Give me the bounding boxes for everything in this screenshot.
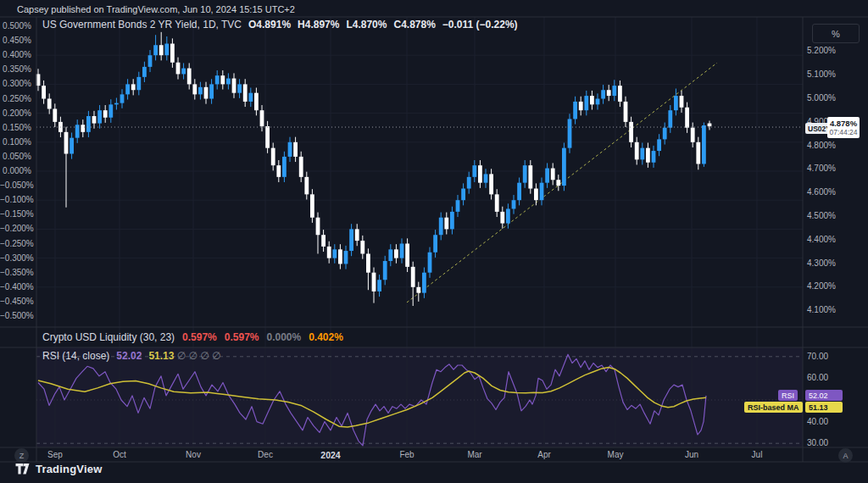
- liquidity-value: 0.597%: [225, 331, 259, 343]
- rsi-indicator-legend[interactable]: RSI (14, close)52.0251.13 ∅ ∅ ∅ ∅: [42, 350, 221, 362]
- symbol-title[interactable]: US Government Bonds 2 YR Yield, 1D, TVC: [42, 19, 242, 31]
- change-value: −0.011 (−0.22%): [442, 19, 518, 31]
- rsi-ma-line-tag: RSI-based MA: [744, 402, 803, 413]
- current-price-value: 4.878%: [830, 119, 857, 128]
- main-symbol-legend[interactable]: US Government Bonds 2 YR Yield, 1D, TVCO…: [42, 19, 518, 31]
- liquidity-indicator-legend[interactable]: Crypto USD Liquidity (30, 23)0.597%0.597…: [42, 331, 343, 343]
- published-attribution: Capsey published on TradingView.com, Jun…: [17, 3, 295, 16]
- rsi-empty-markers: ∅ ∅ ∅ ∅: [174, 350, 220, 362]
- ohlc-o-value: O4.891%: [248, 19, 291, 31]
- rsi-title[interactable]: RSI (14, close): [42, 350, 109, 362]
- current-price-tag: 4.878% 07:44:24: [827, 117, 860, 138]
- brand-name: TradingView: [36, 463, 103, 475]
- auto-scale-button[interactable]: A: [838, 448, 853, 463]
- ohlc-h-value: H4.897%: [298, 19, 339, 31]
- rsi-current-value: 52.02: [116, 350, 142, 362]
- liquidity-value: 0.000%: [266, 331, 301, 343]
- timezone-button[interactable]: Z: [14, 448, 29, 463]
- liquidity-title[interactable]: Crypto USD Liquidity (30, 23): [42, 331, 175, 343]
- tradingview-published-chart: Capsey published on TradingView.com, Jun…: [0, 0, 868, 483]
- liquidity-value: 0.597%: [182, 331, 217, 343]
- liquidity-values: 0.597%0.597%0.000%0.402%: [175, 331, 343, 343]
- ohlc-values: O4.891%H4.897%L4.870%C4.878%: [242, 19, 436, 31]
- percent-scale-button[interactable]: %: [812, 24, 860, 43]
- bar-countdown: 07:44:24: [829, 128, 857, 136]
- ohlc-l-value: L4.870%: [346, 19, 387, 31]
- rsi-ma-current-value: 51.13: [148, 350, 174, 362]
- tradingview-logo: [15, 463, 30, 475]
- liquidity-value: 0.402%: [309, 331, 343, 343]
- rsi-line-tag: RSI: [778, 390, 798, 401]
- chart-canvas[interactable]: [0, 0, 868, 483]
- rsi-ma-value-tag: 51.13: [805, 402, 843, 413]
- rsi-line-value-tag: 52.02: [805, 390, 843, 401]
- footer-branding: TradingView: [15, 463, 103, 475]
- ohlc-c-value: C4.878%: [393, 19, 435, 31]
